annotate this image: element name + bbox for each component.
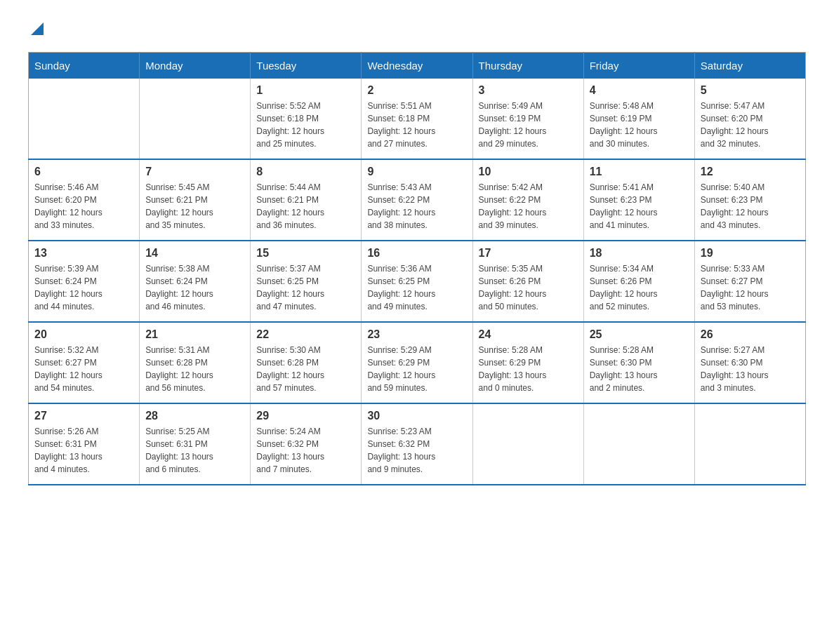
day-info: Sunrise: 5:28 AM Sunset: 6:30 PM Dayligh… <box>590 344 689 394</box>
day-info: Sunrise: 5:34 AM Sunset: 6:26 PM Dayligh… <box>590 262 689 313</box>
day-number: 4 <box>590 84 689 97</box>
day-info: Sunrise: 5:36 AM Sunset: 6:25 PM Dayligh… <box>367 262 466 313</box>
day-info: Sunrise: 5:48 AM Sunset: 6:19 PM Dayligh… <box>590 100 689 150</box>
calendar-cell <box>694 403 805 485</box>
calendar-cell: 29Sunrise: 5:24 AM Sunset: 6:32 PM Dayli… <box>251 403 362 485</box>
calendar-cell: 24Sunrise: 5:28 AM Sunset: 6:29 PM Dayli… <box>472 322 583 403</box>
day-number: 17 <box>479 247 578 260</box>
day-number: 7 <box>145 166 244 178</box>
day-info: Sunrise: 5:35 AM Sunset: 6:26 PM Dayligh… <box>479 262 578 313</box>
day-info: Sunrise: 5:41 AM Sunset: 6:23 PM Dayligh… <box>590 181 689 232</box>
calendar-cell: 28Sunrise: 5:25 AM Sunset: 6:31 PM Dayli… <box>140 403 251 485</box>
day-info: Sunrise: 5:44 AM Sunset: 6:21 PM Dayligh… <box>256 181 355 232</box>
day-number: 3 <box>479 84 578 97</box>
weekday-header-row: SundayMondayTuesdayWednesdayThursdayFrid… <box>29 52 806 79</box>
day-number: 15 <box>256 247 355 260</box>
day-info: Sunrise: 5:52 AM Sunset: 6:18 PM Dayligh… <box>256 100 355 150</box>
calendar-cell <box>140 79 251 159</box>
calendar-cell: 20Sunrise: 5:32 AM Sunset: 6:27 PM Dayli… <box>29 322 140 403</box>
day-info: Sunrise: 5:51 AM Sunset: 6:18 PM Dayligh… <box>367 100 466 150</box>
calendar-cell: 22Sunrise: 5:30 AM Sunset: 6:28 PM Dayli… <box>251 322 362 403</box>
weekday-header-thursday: Thursday <box>472 52 583 79</box>
day-number: 9 <box>367 166 466 178</box>
weekday-header-tuesday: Tuesday <box>251 52 362 79</box>
calendar-cell: 19Sunrise: 5:33 AM Sunset: 6:27 PM Dayli… <box>694 241 805 322</box>
day-number: 10 <box>479 166 578 178</box>
day-number: 29 <box>256 410 355 422</box>
day-number: 8 <box>256 166 355 178</box>
day-info: Sunrise: 5:40 AM Sunset: 6:23 PM Dayligh… <box>701 181 800 232</box>
day-info: Sunrise: 5:45 AM Sunset: 6:21 PM Dayligh… <box>145 181 244 232</box>
calendar-cell: 10Sunrise: 5:42 AM Sunset: 6:22 PM Dayli… <box>472 159 583 241</box>
calendar-cell: 16Sunrise: 5:36 AM Sunset: 6:25 PM Dayli… <box>362 241 472 322</box>
day-number: 20 <box>34 328 133 341</box>
day-info: Sunrise: 5:37 AM Sunset: 6:25 PM Dayligh… <box>256 262 355 313</box>
day-info: Sunrise: 5:25 AM Sunset: 6:31 PM Dayligh… <box>145 425 244 476</box>
day-number: 27 <box>34 410 133 422</box>
day-info: Sunrise: 5:30 AM Sunset: 6:28 PM Dayligh… <box>256 344 355 394</box>
day-info: Sunrise: 5:24 AM Sunset: 6:32 PM Dayligh… <box>256 425 355 476</box>
day-info: Sunrise: 5:38 AM Sunset: 6:24 PM Dayligh… <box>145 262 244 313</box>
calendar-week-row: 1Sunrise: 5:52 AM Sunset: 6:18 PM Daylig… <box>29 79 806 159</box>
calendar-table: SundayMondayTuesdayWednesdayThursdayFrid… <box>28 52 806 485</box>
day-number: 1 <box>256 84 355 97</box>
calendar-cell: 25Sunrise: 5:28 AM Sunset: 6:30 PM Dayli… <box>583 322 694 403</box>
logo <box>28 21 44 38</box>
svg-marker-0 <box>31 22 44 35</box>
weekday-header-wednesday: Wednesday <box>362 52 472 79</box>
calendar-cell: 14Sunrise: 5:38 AM Sunset: 6:24 PM Dayli… <box>140 241 251 322</box>
day-number: 21 <box>145 328 244 341</box>
calendar-cell: 21Sunrise: 5:31 AM Sunset: 6:28 PM Dayli… <box>140 322 251 403</box>
day-number: 11 <box>590 166 689 178</box>
calendar-cell: 7Sunrise: 5:45 AM Sunset: 6:21 PM Daylig… <box>140 159 251 241</box>
day-number: 12 <box>701 166 800 178</box>
calendar-week-row: 20Sunrise: 5:32 AM Sunset: 6:27 PM Dayli… <box>29 322 806 403</box>
calendar-cell: 17Sunrise: 5:35 AM Sunset: 6:26 PM Dayli… <box>472 241 583 322</box>
day-info: Sunrise: 5:28 AM Sunset: 6:29 PM Dayligh… <box>479 344 578 394</box>
calendar-cell: 15Sunrise: 5:37 AM Sunset: 6:25 PM Dayli… <box>251 241 362 322</box>
page-header <box>28 21 806 38</box>
day-info: Sunrise: 5:32 AM Sunset: 6:27 PM Dayligh… <box>34 344 133 394</box>
calendar-cell: 12Sunrise: 5:40 AM Sunset: 6:23 PM Dayli… <box>694 159 805 241</box>
calendar-week-row: 6Sunrise: 5:46 AM Sunset: 6:20 PM Daylig… <box>29 159 806 241</box>
calendar-cell: 13Sunrise: 5:39 AM Sunset: 6:24 PM Dayli… <box>29 241 140 322</box>
day-info: Sunrise: 5:42 AM Sunset: 6:22 PM Dayligh… <box>479 181 578 232</box>
day-info: Sunrise: 5:33 AM Sunset: 6:27 PM Dayligh… <box>701 262 800 313</box>
day-info: Sunrise: 5:39 AM Sunset: 6:24 PM Dayligh… <box>34 262 133 313</box>
calendar-cell: 5Sunrise: 5:47 AM Sunset: 6:20 PM Daylig… <box>694 79 805 159</box>
day-number: 18 <box>590 247 689 260</box>
weekday-header-sunday: Sunday <box>29 52 140 79</box>
weekday-header-saturday: Saturday <box>694 52 805 79</box>
calendar-cell: 26Sunrise: 5:27 AM Sunset: 6:30 PM Dayli… <box>694 322 805 403</box>
day-info: Sunrise: 5:43 AM Sunset: 6:22 PM Dayligh… <box>367 181 466 232</box>
day-info: Sunrise: 5:49 AM Sunset: 6:19 PM Dayligh… <box>479 100 578 150</box>
day-number: 16 <box>367 247 466 260</box>
logo-triangle-icon <box>31 22 44 35</box>
day-number: 2 <box>367 84 466 97</box>
day-number: 28 <box>145 410 244 422</box>
day-info: Sunrise: 5:26 AM Sunset: 6:31 PM Dayligh… <box>34 425 133 476</box>
calendar-header: SundayMondayTuesdayWednesdayThursdayFrid… <box>29 52 806 79</box>
calendar-cell: 23Sunrise: 5:29 AM Sunset: 6:29 PM Dayli… <box>362 322 472 403</box>
day-number: 13 <box>34 247 133 260</box>
calendar-cell <box>583 403 694 485</box>
calendar-cell: 8Sunrise: 5:44 AM Sunset: 6:21 PM Daylig… <box>251 159 362 241</box>
calendar-cell: 27Sunrise: 5:26 AM Sunset: 6:31 PM Dayli… <box>29 403 140 485</box>
day-number: 26 <box>701 328 800 341</box>
day-info: Sunrise: 5:47 AM Sunset: 6:20 PM Dayligh… <box>701 100 800 150</box>
calendar-cell: 6Sunrise: 5:46 AM Sunset: 6:20 PM Daylig… <box>29 159 140 241</box>
calendar-cell: 11Sunrise: 5:41 AM Sunset: 6:23 PM Dayli… <box>583 159 694 241</box>
weekday-header-monday: Monday <box>140 52 251 79</box>
day-number: 19 <box>701 247 800 260</box>
weekday-header-friday: Friday <box>583 52 694 79</box>
day-number: 14 <box>145 247 244 260</box>
calendar-body: 1Sunrise: 5:52 AM Sunset: 6:18 PM Daylig… <box>29 79 806 485</box>
calendar-cell: 18Sunrise: 5:34 AM Sunset: 6:26 PM Dayli… <box>583 241 694 322</box>
calendar-cell: 9Sunrise: 5:43 AM Sunset: 6:22 PM Daylig… <box>362 159 472 241</box>
day-number: 22 <box>256 328 355 341</box>
day-number: 5 <box>701 84 800 97</box>
day-number: 6 <box>34 166 133 178</box>
day-number: 30 <box>367 410 466 422</box>
calendar-week-row: 27Sunrise: 5:26 AM Sunset: 6:31 PM Dayli… <box>29 403 806 485</box>
day-number: 25 <box>590 328 689 341</box>
